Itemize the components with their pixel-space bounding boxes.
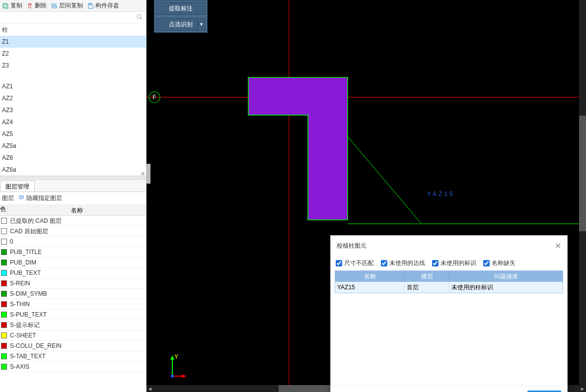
checkbox-size-mismatch[interactable] [336,260,342,266]
svg-point-5 [137,14,141,18]
svg-line-11 [347,135,421,223]
layer-row[interactable]: S-REIN [0,278,146,289]
layer-table-header: 色 名称 [0,205,146,216]
search-input[interactable] [3,13,136,23]
list-item[interactable]: Z1 [0,36,146,48]
svg-line-6 [141,18,143,20]
tab-layer-manage[interactable]: 图层管理 [0,181,35,192]
layer-row[interactable]: S-TAB_TEXT [0,351,146,362]
list-item[interactable]: Z3 [0,60,146,71]
cell-name: YAZ15 [335,282,405,293]
layer-table[interactable]: 色 名称 已提取的 CAD 图层CAD 原始图层0PUB_TITLEPUB_DI… [0,205,146,392]
splitter-handle[interactable] [146,164,150,184]
layer-row[interactable]: 0 [0,237,146,247]
layer-name: 0 [8,238,13,245]
layer-name: S-DIM_SYMB [8,290,47,297]
scroll-left-arrow-icon[interactable]: ◄ [146,385,153,392]
click-recognize-label: 点选识别 [169,20,193,29]
dialog-filters: 尺寸不匹配 未使用的边线 未使用的标识 名称缺失 [331,256,567,270]
layer-name: S-提示标记 [8,321,40,329]
color-swatch [1,322,7,328]
col-name: 名称 [335,271,405,282]
canvas[interactable]: F YAZ15 提取标注 点选识别 ▼ [146,0,586,392]
dialog-titlebar[interactable]: 校核柱图元 ✕ [331,236,567,256]
ucs-indicator: Y [166,354,186,380]
list-item[interactable]: AZ1 [0,80,146,92]
axis-marker-label: F [152,94,156,101]
show-layers-label: 图层 [2,194,14,202]
check-name-missing[interactable]: 名称缺失 [483,259,515,267]
layer-row[interactable]: C-SHEET [0,330,146,341]
panel-divider[interactable]: ✕ [0,176,146,180]
hide-layers-button[interactable]: 隐藏指定图层 [18,194,62,202]
col-name: 名称 [8,205,146,215]
layer-name: S-THIN [8,301,30,308]
dialog-body [331,293,567,386]
scrollbar-v-thumb[interactable] [579,116,586,231]
layer-row[interactable]: S-COLU_DE_REIN [0,341,146,351]
layer-name: S-COLU_DE_REIN [8,342,62,349]
click-recognize-button[interactable]: 点选识别 ▼ [156,18,206,31]
checkbox-unused-marks[interactable] [432,260,439,266]
search-icon[interactable] [136,13,143,22]
cell-problem: 未使用的柱标识 [449,282,563,293]
color-swatch [1,239,7,245]
list-item[interactable]: AZ6a [0,164,146,176]
list-item[interactable]: AZ6 [0,152,146,164]
list-item[interactable]: AZ5a [0,140,146,152]
layer-row[interactable]: 已提取的 CAD 图层 [0,216,146,226]
color-swatch [1,364,7,370]
save-icon [87,2,94,9]
list-item[interactable]: AZ2 [0,92,146,104]
check-unused-marks[interactable]: 未使用的标识 [432,259,476,267]
layer-name: PUB_TITLE [8,249,42,256]
checkbox-name-missing[interactable] [483,260,490,266]
show-layers-button[interactable]: 图层 [2,194,14,202]
layer-row[interactable]: PUB_TITLE [0,247,146,258]
floating-toolbar[interactable]: 提取标注 点选识别 ▼ [154,0,208,33]
dialog-close-icon[interactable]: ✕ [555,241,561,251]
layer-row[interactable]: S-AXIS [0,362,146,372]
list-item[interactable]: Z2 [0,48,146,60]
layer-name: 已提取的 CAD 图层 [8,217,62,225]
component-save-button[interactable]: 构件存盘 [87,1,119,10]
top-toolbar: 复制 删除 层间复制 构件存盘 [0,0,146,12]
layer-row[interactable]: S-提示标记 [0,320,146,330]
color-swatch [1,353,7,359]
layer-row[interactable]: PUB_TEXT [0,268,146,278]
layer-name: S-AXIS [8,363,29,370]
scroll-right-arrow-icon[interactable]: ► [579,385,586,392]
layer-row[interactable]: S-PUB_TEXT [0,310,146,320]
list-item[interactable]: AZ3 [0,104,146,116]
left-panel: 复制 删除 层间复制 构件存盘 [0,0,146,392]
copy-button[interactable]: 复制 [2,1,22,10]
layer-tools: 图层 隐藏指定图层 [0,192,146,205]
dialog-grid[interactable]: 名称 楼层 问题描述 YAZ15首层未使用的柱标识 [335,270,563,293]
list-item[interactable]: AZ5 [0,128,146,140]
scrollbar-vertical[interactable] [579,0,586,385]
svg-rect-1 [4,4,8,8]
extract-annotation-button[interactable]: 提取标注 [156,2,206,15]
table-row[interactable]: YAZ15首层未使用的柱标识 [335,282,563,293]
close-icon[interactable]: ✕ [139,170,146,177]
layer-row[interactable]: CAD 原始图层 [0,226,146,237]
checkbox-unused-edges[interactable] [381,260,387,266]
check-unused-edges[interactable]: 未使用的边线 [381,259,425,267]
layer-row[interactable]: S-THIN [0,299,146,310]
layer-copy-button[interactable]: 层间复制 [51,1,83,10]
color-swatch [1,260,7,265]
layer-copy-label: 层间复制 [59,1,83,10]
component-list[interactable]: 柱Z1Z2Z3AZ1AZ2AZ3AZ4AZ5AZ5aAZ6AZ6a [0,24,146,176]
dialog-title: 校核柱图元 [337,242,366,250]
hide-layers-label: 隐藏指定图层 [26,194,62,202]
svg-text:Y: Y [174,354,178,360]
copy-label: 复制 [10,1,22,10]
svg-marker-13 [170,355,174,360]
list-item[interactable]: AZ4 [0,116,146,128]
check-size-mismatch[interactable]: 尺寸不匹配 [336,259,374,267]
delete-button[interactable]: 删除 [26,1,47,10]
layer-row[interactable]: S-DIM_SYMB [0,289,146,299]
layer-row[interactable]: PUB_DIM [0,258,146,268]
dropdown-arrow-icon[interactable]: ▼ [197,18,205,30]
color-swatch [1,280,7,286]
